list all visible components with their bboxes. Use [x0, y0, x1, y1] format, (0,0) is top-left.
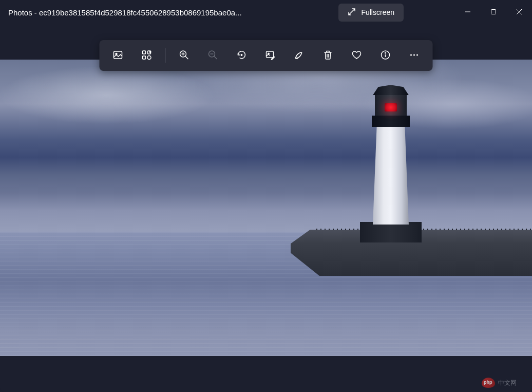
minimize-icon [465, 9, 471, 16]
apps-icon [142, 50, 152, 62]
favorite-button[interactable] [344, 44, 370, 67]
maximize-icon [490, 9, 497, 16]
svg-rect-6 [143, 51, 146, 54]
svg-point-24 [385, 52, 386, 53]
watermark-text: 中文网 [498, 379, 517, 387]
markup-button[interactable] [286, 44, 313, 67]
svg-line-12 [185, 56, 188, 59]
edit-icon [265, 50, 276, 62]
svg-point-26 [410, 54, 412, 55]
svg-point-10 [149, 51, 151, 53]
photo-clouds [0, 60, 532, 148]
window-controls [455, 0, 532, 25]
svg-rect-1 [491, 9, 496, 14]
close-icon [516, 9, 522, 16]
content-area [0, 25, 532, 374]
svg-point-18 [241, 54, 242, 55]
zoom-out-button [200, 44, 226, 67]
titlebar-center: Fullscreen [338, 4, 455, 22]
zoom-in-button[interactable] [171, 44, 198, 67]
toolbar [100, 40, 433, 71]
markup-icon [294, 50, 305, 62]
photo-lighthouse-tower [373, 117, 409, 225]
photo-lighthouse-light [385, 103, 397, 111]
svg-line-16 [214, 56, 217, 59]
info-icon [381, 50, 391, 62]
edit-button[interactable] [257, 44, 284, 67]
photo-lighthouse-band [372, 116, 410, 127]
titlebar-left: Photos - ec919be381585f4d529818fc4550628… [8, 8, 338, 17]
delete-button[interactable] [315, 44, 341, 67]
zoom-in-icon [179, 50, 189, 62]
info-button[interactable] [372, 44, 399, 67]
minimize-button[interactable] [455, 0, 481, 25]
svg-point-28 [416, 54, 418, 55]
rotate-button[interactable] [229, 44, 255, 67]
svg-point-5 [116, 53, 117, 54]
more-icon [409, 50, 420, 62]
close-button[interactable] [506, 0, 532, 25]
watermark-logo-icon [482, 378, 495, 388]
zoom-out-icon [208, 50, 218, 62]
heart-icon [352, 50, 362, 62]
svg-rect-8 [143, 56, 146, 59]
gallery-button[interactable] [105, 44, 131, 67]
svg-point-9 [147, 55, 151, 59]
gallery-icon [113, 50, 123, 62]
trash-icon [323, 50, 333, 62]
watermark: 中文网 [482, 378, 517, 388]
fullscreen-button[interactable]: Fullscreen [338, 4, 404, 22]
apps-button[interactable] [134, 44, 160, 67]
svg-point-27 [413, 54, 415, 55]
fullscreen-icon [348, 8, 356, 17]
window-title: Photos - ec919be381585f4d529818fc4550628… [8, 8, 242, 17]
photo-lighthouse-base [360, 222, 422, 242]
rotate-icon [237, 50, 247, 62]
toolbar-divider [165, 48, 166, 63]
fullscreen-label: Fullscreen [361, 8, 394, 16]
image-viewport[interactable] [0, 60, 532, 356]
titlebar: Photos - ec919be381585f4d529818fc4550628… [0, 0, 532, 25]
footer-bar: 中文网 [0, 374, 532, 392]
more-button[interactable] [401, 44, 428, 67]
maximize-button[interactable] [481, 0, 506, 25]
svg-rect-19 [267, 51, 274, 58]
